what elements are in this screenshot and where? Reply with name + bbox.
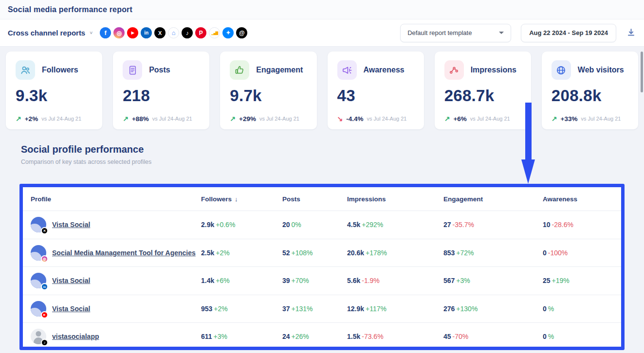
engagement-cell: 276+130% bbox=[443, 305, 543, 313]
stat-label: Web visitors bbox=[578, 66, 624, 74]
stat-card-engagement: Engagement 9.7k ↗ +29% vs Jul 24-Aug 21 bbox=[220, 52, 316, 129]
profile-link[interactable]: Social Media Management Tool for Agencie… bbox=[52, 249, 196, 257]
impressions-cell: 1.5k-73.6% bbox=[347, 333, 443, 340]
chevron-down-icon: ∨ bbox=[89, 30, 93, 35]
profile-link[interactable]: vistasocialapp bbox=[52, 333, 99, 340]
profile-link[interactable]: Vista Social bbox=[52, 221, 90, 229]
column-header-engagement[interactable]: Engagement bbox=[443, 195, 543, 203]
stat-card-followers: Followers 9.3k ↗ +2% vs Jul 24-Aug 21 bbox=[6, 52, 102, 129]
stat-label: Posts bbox=[149, 66, 170, 74]
x-icon[interactable] bbox=[154, 27, 166, 38]
stat-card-impressions: Impressions 268.7k ↗ +6% vs Jul 24-Aug 2… bbox=[435, 52, 531, 129]
stat-compare: vs Jul 24-Aug 21 bbox=[367, 116, 407, 122]
trend-arrow-icon: ↗ bbox=[123, 115, 129, 123]
section-subtitle: Comparison of key stats across selected … bbox=[21, 159, 644, 165]
stat-card-posts: Posts 218 ↗ +88% vs Jul 24-Aug 21 bbox=[113, 52, 209, 129]
posts-cell: 37+131% bbox=[282, 305, 347, 313]
engagement-cell: 567+3% bbox=[443, 277, 543, 284]
followers-cell: 611+3% bbox=[201, 333, 282, 340]
facebook-icon[interactable] bbox=[100, 27, 111, 38]
engagement-cell: 45-70% bbox=[443, 333, 543, 340]
profile-link[interactable]: Vista Social bbox=[52, 305, 90, 313]
channel-icons bbox=[100, 27, 247, 38]
trend-arrow-icon: ↗ bbox=[552, 115, 557, 123]
select-caret-icon bbox=[499, 32, 504, 34]
download-icon bbox=[627, 28, 635, 38]
stat-label: Engagement bbox=[256, 66, 303, 74]
report-type-label: Cross channel reports bbox=[8, 29, 85, 37]
column-header-profile[interactable]: Profile bbox=[23, 195, 201, 203]
awareness-cell: 10-28.6% bbox=[543, 221, 621, 229]
pinterest-icon[interactable] bbox=[195, 27, 206, 38]
stat-compare: vs Jul 24-Aug 21 bbox=[259, 116, 299, 122]
google-business-icon[interactable] bbox=[168, 27, 179, 38]
stat-value: 9.7k bbox=[230, 87, 307, 105]
profile-link[interactable]: Vista Social bbox=[52, 277, 90, 284]
linkedin-badge-icon bbox=[41, 283, 48, 290]
instagram-icon[interactable] bbox=[113, 27, 125, 38]
linkedin-icon[interactable] bbox=[141, 27, 152, 38]
sort-desc-icon[interactable]: ↓ bbox=[235, 195, 238, 203]
report-template-select[interactable]: Default report template bbox=[400, 24, 511, 42]
awareness-icon bbox=[337, 60, 357, 80]
section-title: Social profile performance bbox=[21, 144, 644, 155]
stat-value: 218 bbox=[123, 87, 200, 105]
toolbar-right: Default report template Aug 22 2024 - Se… bbox=[400, 24, 636, 42]
impressions-icon bbox=[444, 60, 464, 80]
engagement-cell: 853+72% bbox=[443, 249, 543, 257]
stat-change: +33% bbox=[561, 115, 578, 123]
impressions-cell: 20.6k+178% bbox=[347, 249, 443, 257]
stat-compare: vs Jul 24-Aug 21 bbox=[581, 116, 621, 122]
stat-change: -4.4% bbox=[346, 115, 363, 123]
impressions-cell: 12.9k+117% bbox=[347, 305, 443, 313]
followers-cell: 953+2% bbox=[201, 305, 282, 313]
tiktok-icon[interactable] bbox=[182, 27, 193, 38]
avatar bbox=[31, 217, 46, 232]
web-visitors-icon bbox=[552, 60, 571, 80]
threads-icon[interactable] bbox=[236, 27, 247, 38]
trend-arrow-icon: ↗ bbox=[230, 115, 236, 123]
engagement-icon bbox=[230, 60, 249, 80]
table-row: Vista Social 953+2% 37+131% 12.9k+117% 2… bbox=[23, 295, 621, 323]
posts-cell: 200% bbox=[282, 221, 347, 229]
stat-card-awareness: Awareness 43 ↘ -4.4% vs Jul 24-Aug 21 bbox=[328, 52, 424, 129]
avatar bbox=[31, 245, 46, 261]
tiktok-badge-icon bbox=[41, 339, 48, 346]
social-profile-performance-table: Profile Followers ↓ Posts Impressions En… bbox=[19, 184, 625, 350]
awareness-cell: 0% bbox=[543, 305, 621, 313]
stat-label: Awareness bbox=[364, 66, 405, 74]
column-header-posts[interactable]: Posts bbox=[282, 195, 347, 203]
column-header-impressions[interactable]: Impressions bbox=[347, 195, 443, 203]
scrollbar[interactable] bbox=[641, 52, 643, 92]
bluesky-icon[interactable] bbox=[222, 27, 234, 38]
download-button[interactable] bbox=[626, 27, 636, 39]
youtube-icon[interactable] bbox=[127, 27, 138, 38]
stat-value: 208.8k bbox=[552, 87, 628, 105]
section-head: Social profile performance Comparison of… bbox=[0, 129, 644, 165]
trend-arrow-icon: ↘ bbox=[337, 115, 343, 123]
stat-change: +29% bbox=[239, 115, 256, 123]
report-type-dropdown[interactable]: Cross channel reports ∨ bbox=[8, 29, 93, 37]
stat-value: 43 bbox=[337, 87, 414, 105]
stat-card-web-visitors: Web visitors 208.8k ↗ +33% vs Jul 24-Aug… bbox=[542, 52, 638, 129]
awareness-cell: 25+19% bbox=[543, 277, 621, 284]
engagement-cell: 27-35.7% bbox=[443, 221, 543, 229]
stat-change: +88% bbox=[132, 115, 149, 123]
page-title: Social media performance report bbox=[8, 5, 132, 14]
column-header-awareness[interactable]: Awareness bbox=[543, 195, 621, 203]
stat-compare: vs Jul 24-Aug 21 bbox=[152, 116, 192, 122]
column-header-followers[interactable]: Followers ↓ bbox=[201, 195, 282, 203]
google-analytics-icon[interactable] bbox=[209, 27, 220, 38]
trend-arrow-icon: ↗ bbox=[16, 115, 21, 123]
table-row: vistasocialapp 611+3% 24+26% 1.5k-73.6% … bbox=[23, 322, 621, 350]
trend-arrow-icon: ↗ bbox=[444, 115, 450, 123]
stat-label: Impressions bbox=[471, 66, 516, 74]
stat-change: +2% bbox=[25, 115, 38, 123]
stat-label: Followers bbox=[42, 66, 78, 74]
youtube-badge-icon bbox=[41, 311, 48, 318]
followers-icon bbox=[16, 60, 35, 80]
date-range-picker[interactable]: Aug 22 2024 - Sep 19 2024 bbox=[521, 24, 616, 42]
posts-cell: 24+26% bbox=[282, 333, 347, 340]
followers-cell: 2.9k+0.6% bbox=[201, 221, 282, 229]
report-template-value: Default report template bbox=[407, 29, 472, 36]
